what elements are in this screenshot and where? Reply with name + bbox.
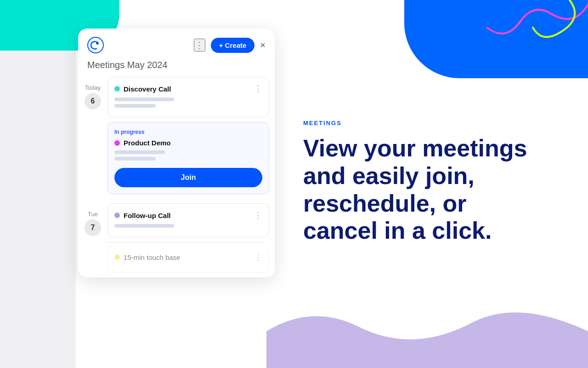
create-button[interactable]: + Create — [211, 38, 255, 53]
today-day-col: Today 6 — [78, 77, 107, 199]
right-label: MEETINGS — [303, 120, 533, 126]
svg-point-1 — [96, 42, 99, 45]
header-actions: ⋮ + Create × — [194, 38, 266, 53]
event-header-touchbase: 15-min touch base ⋮ — [114, 252, 262, 262]
svg-point-0 — [88, 37, 103, 53]
purple-wave-svg — [266, 294, 588, 368]
tuesday-events: Follow-up Call ⋮ 15-min touch base ⋮ — [107, 203, 275, 277]
tuesday-number: 7 — [85, 219, 101, 236]
right-heading: View your meetings and easily join, resc… — [303, 135, 533, 245]
close-button[interactable]: × — [260, 40, 266, 51]
event-dot-pink — [114, 140, 120, 146]
event-dot-yellow — [114, 254, 120, 260]
event-name-touchbase: 15-min touch base — [124, 253, 180, 261]
meetings-title: Meetings May 2024 — [78, 58, 275, 77]
event-header-product-demo: Product Demo — [114, 139, 262, 147]
sidebar-bg — [0, 0, 76, 368]
event-title-row-followup: Follow-up Call — [114, 212, 171, 219]
event-more-touchbase[interactable]: ⋮ — [254, 252, 262, 262]
in-progress-label: In progress — [114, 129, 262, 135]
app-logo — [87, 37, 104, 53]
panel-header: ⋮ + Create × — [78, 29, 275, 58]
skeleton-line-4 — [114, 157, 156, 161]
today-section: Today 6 Discovery Call ⋮ In progress — [78, 77, 275, 199]
skeleton-line-2 — [114, 104, 156, 108]
right-content: MEETINGS View your meetings and easily j… — [303, 120, 533, 245]
skeleton-line-3 — [114, 150, 165, 154]
event-title-row-discovery: Discovery Call — [114, 85, 171, 93]
event-name-product-demo: Product Demo — [124, 139, 171, 147]
skeleton-line-1 — [114, 98, 174, 101]
today-number: 6 — [85, 93, 101, 109]
event-dot-purple — [114, 213, 120, 218]
event-name-discovery: Discovery Call — [124, 85, 171, 93]
event-card-product-demo: In progress Product Demo Join — [107, 122, 269, 194]
event-title-row-product-demo: Product Demo — [114, 139, 171, 147]
event-header-discovery: Discovery Call ⋮ — [114, 84, 262, 94]
event-card-followup: Follow-up Call ⋮ — [107, 203, 269, 237]
tuesday-section: Tue 7 Follow-up Call ⋮ — [78, 203, 275, 277]
event-name-followup: Follow-up Call — [124, 212, 171, 219]
event-header-followup: Follow-up Call ⋮ — [114, 210, 262, 220]
event-title-row-touchbase: 15-min touch base — [114, 253, 180, 261]
event-card-discovery-call: Discovery Call ⋮ — [107, 77, 269, 117]
event-more-discovery[interactable]: ⋮ — [254, 84, 262, 94]
more-options-button[interactable]: ⋮ — [194, 39, 205, 52]
deco-lines-svg — [441, 0, 588, 64]
tuesday-label: Tue — [88, 211, 98, 218]
today-label: Today — [85, 84, 101, 91]
main-panel: ⋮ + Create × Meetings May 2024 Today 6 D… — [78, 29, 275, 277]
event-card-touchbase: 15-min touch base ⋮ — [107, 245, 269, 273]
skeleton-line-5 — [114, 224, 174, 228]
event-dot-teal — [114, 86, 120, 92]
join-button[interactable]: Join — [114, 168, 262, 187]
divider-1 — [107, 242, 264, 242]
today-events: Discovery Call ⋮ In progress Product Dem… — [107, 77, 275, 199]
event-more-followup[interactable]: ⋮ — [254, 210, 262, 220]
tuesday-day-col: Tue 7 — [78, 203, 107, 277]
